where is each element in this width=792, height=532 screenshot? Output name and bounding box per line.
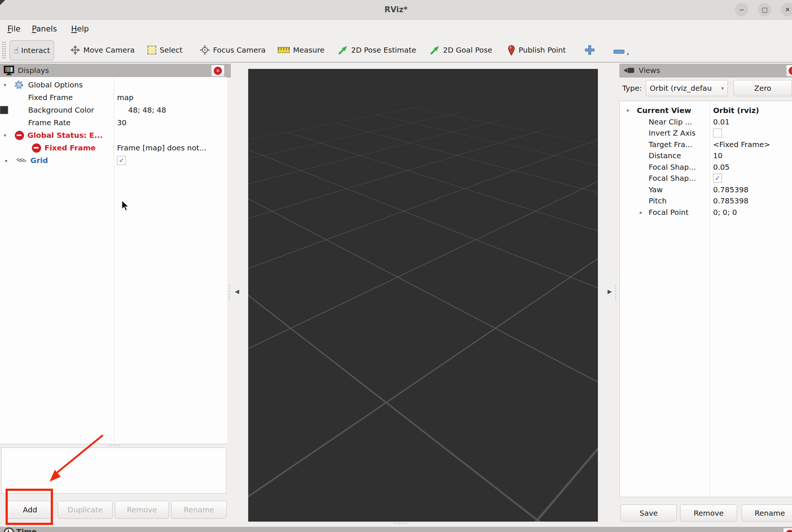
right-gutter-handle[interactable]: [615, 285, 617, 302]
error-status-icon: [15, 131, 24, 140]
row-value[interactable]: 0.01: [713, 117, 730, 126]
tree-row-pitch[interactable]: Pitch 0.785398: [620, 195, 792, 206]
row-label: Yaw: [649, 185, 663, 194]
rename-button-label: Rename: [184, 505, 214, 514]
minimize-button[interactable]: −: [735, 3, 748, 16]
row-value[interactable]: 0.785398: [713, 196, 748, 205]
select-box-icon: [147, 46, 156, 54]
tree-row-target-frame[interactable]: Target Fra... <Fixed Frame>: [620, 139, 792, 150]
expander-icon[interactable]: ▾: [4, 82, 6, 88]
tree-row-background-color[interactable]: Background Color 48; 48; 48: [0, 104, 227, 116]
tool-move-camera[interactable]: Move Camera: [70, 38, 134, 62]
tool-measure[interactable]: Measure: [278, 38, 325, 62]
displays-monitor-icon: [4, 66, 14, 76]
expander-icon[interactable]: ▸: [5, 157, 8, 163]
toolbar-grip[interactable]: [2, 41, 7, 59]
add-tool-button[interactable]: [585, 45, 595, 57]
tool-2d-goal-pose[interactable]: 2D Goal Pose: [430, 38, 492, 62]
row-value[interactable]: 30: [117, 118, 126, 127]
menu-file[interactable]: File: [5, 20, 23, 38]
toolbar: ☝ Interact Move Camera Select: [0, 38, 792, 63]
tool-select[interactable]: Select: [147, 38, 183, 62]
close-button[interactable]: ✕: [781, 3, 792, 16]
tool-2d-pose-estimate-label: 2D Pose Estimate: [351, 46, 416, 54]
rename-view-button-label: Rename: [755, 509, 785, 518]
row-label: Grid: [30, 156, 48, 165]
tree-row-global-status[interactable]: ▾ Global Status: E...: [0, 129, 227, 142]
tree-row-current-view[interactable]: ▾ Current View Orbit (rviz): [620, 105, 792, 116]
color-swatch[interactable]: [0, 106, 8, 114]
window-title: RViz*: [0, 0, 792, 19]
tool-2d-pose-estimate[interactable]: 2D Pose Estimate: [338, 38, 416, 62]
measure-ruler-icon: [278, 47, 290, 53]
rename-view-button[interactable]: Rename: [742, 505, 792, 522]
toolbar-overflow-button[interactable]: ▾: [627, 51, 629, 57]
menu-panels[interactable]: Panels: [30, 20, 59, 38]
tree-row-fixed-frame-error[interactable]: Fixed Frame Frame [map] does not...: [0, 142, 227, 154]
row-value[interactable]: 10: [713, 151, 722, 160]
3d-viewport[interactable]: [248, 69, 598, 522]
row-value: Orbit (rviz): [713, 106, 759, 115]
expander-icon[interactable]: ▸: [640, 209, 642, 215]
tree-row-focal-shape-size[interactable]: Focal Shap... 0.05: [620, 162, 792, 173]
displays-panel-close-button[interactable]: ✕: [211, 65, 224, 77]
zero-view-button[interactable]: Zero: [733, 80, 792, 96]
tree-row-frame-rate[interactable]: Frame Rate 30: [0, 116, 227, 129]
collapse-left-panel-arrow[interactable]: ◀: [235, 288, 239, 295]
view-type-value: Orbit (rviz_defau: [650, 84, 712, 93]
grid-enabled-checkbox[interactable]: ✓: [117, 156, 126, 165]
displays-splitter-handle[interactable]: [109, 445, 122, 446]
bottom-splitter-handle[interactable]: [393, 522, 407, 524]
add-button-label: Add: [23, 505, 37, 514]
remove-view-button[interactable]: Remove: [680, 505, 737, 522]
time-panel-close-button[interactable]: ✕: [783, 528, 792, 532]
add-display-button[interactable]: Add: [7, 501, 53, 519]
left-gutter-handle[interactable]: [229, 285, 230, 302]
tree-row-fixed-frame[interactable]: Fixed Frame map: [0, 91, 227, 104]
tree-row-invert-z-axis[interactable]: Invert Z Axis: [620, 127, 792, 139]
menu-help[interactable]: Help: [69, 20, 91, 38]
tree-row-distance[interactable]: Distance 10: [620, 150, 792, 161]
views-panel-close-button[interactable]: ✕: [786, 65, 792, 77]
remove-tool-button[interactable]: [613, 48, 625, 55]
pose-estimate-arrow-icon: [338, 45, 348, 55]
rviz-window: RViz* − □ ✕ File Panels Help ☝ Interact …: [0, 0, 792, 532]
focal-shape-checkbox[interactable]: ✓: [713, 174, 722, 183]
row-value[interactable]: 48; 48; 48: [128, 106, 166, 114]
row-value[interactable]: 0.05: [713, 163, 730, 172]
displays-panel-title: Displays: [18, 66, 49, 75]
save-button-label: Save: [639, 509, 658, 518]
duplicate-display-button: Duplicate: [58, 501, 113, 519]
row-label: Pitch: [649, 196, 667, 205]
tool-interact[interactable]: ☝ Interact: [10, 40, 54, 60]
tree-row-grid[interactable]: ▸ Grid ✓: [0, 154, 227, 167]
tree-row-global-options[interactable]: ▾ Global Options: [0, 79, 227, 91]
zero-button-label: Zero: [754, 84, 771, 93]
maximize-button[interactable]: □: [758, 3, 771, 16]
tree-row-focal-shape-fixed[interactable]: Focal Shap... ✓: [620, 173, 792, 184]
view-type-combobox[interactable]: Orbit (rviz_defau ▾: [646, 80, 728, 96]
row-label: Global Options: [28, 80, 83, 89]
row-label: Target Fra...: [649, 140, 692, 149]
tree-row-focal-point[interactable]: ▸ Focal Point 0; 0; 0: [620, 207, 792, 218]
views-camera-icon: [623, 67, 635, 74]
tree-row-near-clip[interactable]: Near Clip ... 0.01: [620, 116, 792, 127]
tool-publish-point[interactable]: Publish Point: [508, 38, 566, 62]
row-label: Focal Shap...: [649, 163, 696, 172]
row-value[interactable]: map: [117, 93, 133, 102]
row-value[interactable]: 0; 0; 0: [713, 208, 737, 217]
invert-z-checkbox[interactable]: [713, 129, 722, 137]
view-type-label: Type:: [622, 84, 642, 93]
window-corner: [0, 0, 5, 5]
row-value[interactable]: <Fixed Frame>: [713, 140, 770, 149]
expander-icon[interactable]: ▾: [4, 132, 6, 138]
expander-icon[interactable]: ▾: [626, 107, 629, 113]
tool-interact-label: Interact: [21, 46, 50, 55]
tree-row-yaw[interactable]: Yaw 0.785398: [620, 184, 792, 195]
time-close-icon: ✕: [786, 530, 792, 532]
row-value[interactable]: 0.785398: [713, 185, 748, 194]
displays-close-icon: ✕: [214, 67, 222, 75]
tool-focus-camera[interactable]: Focus Camera: [200, 38, 266, 62]
collapse-right-panel-arrow[interactable]: ▶: [608, 288, 612, 295]
save-view-button[interactable]: Save: [620, 505, 677, 522]
